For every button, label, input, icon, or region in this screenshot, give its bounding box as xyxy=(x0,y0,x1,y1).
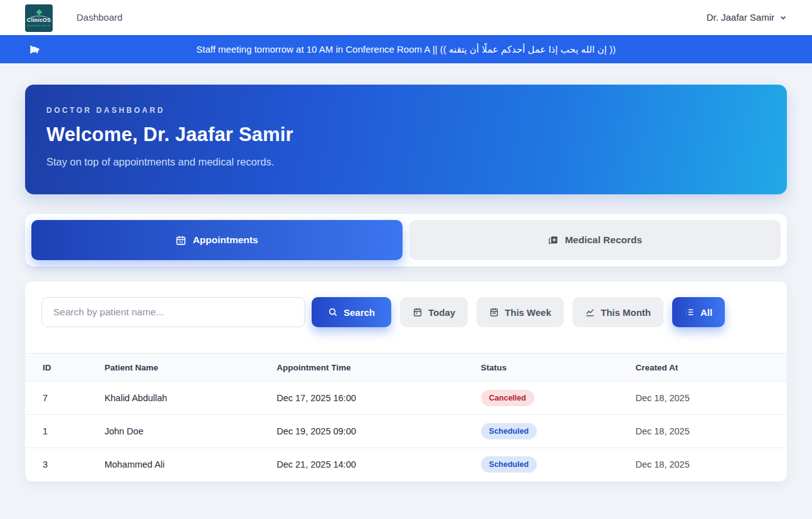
filter-this-month-button[interactable]: This Month xyxy=(572,297,663,327)
clinicos-logo[interactable]: ClinicOS Healthcare System xyxy=(25,4,53,32)
page-title: Welcome, Dr. Jaafar Samir xyxy=(46,123,766,146)
col-appointment-time: Appointment Time xyxy=(270,354,475,382)
search-button[interactable]: Search xyxy=(312,297,391,327)
nav-dashboard-link[interactable]: Dashboard xyxy=(76,12,122,23)
cell-time: Dec 21, 2025 14:00 xyxy=(270,448,475,481)
status-badge: Cancelled xyxy=(481,390,534,406)
calendar-week-icon xyxy=(489,307,499,317)
calendar-icon xyxy=(176,235,186,246)
cell-patient: John Doe xyxy=(98,415,271,448)
medical-record-icon xyxy=(548,235,559,246)
cell-created: Dec 18, 2025 xyxy=(629,415,787,448)
cell-status: Scheduled xyxy=(475,448,630,481)
user-name: Dr. Jaafar Samir xyxy=(707,12,774,23)
filter-this-week-button[interactable]: This Week xyxy=(477,297,564,327)
cell-status: Cancelled xyxy=(475,382,630,415)
filter-row: Search Today This Week This Month xyxy=(25,297,787,327)
table-row: 7 Khalid Abdullah Dec 17, 2025 16:00 Can… xyxy=(25,382,787,415)
list-icon xyxy=(685,307,695,317)
tab-appointments-label: Appointments xyxy=(192,234,258,246)
announcement-banner: Staff meeting tomorrow at 10 AM in Confe… xyxy=(0,35,812,63)
trend-chart-icon xyxy=(585,307,595,317)
search-button-label: Search xyxy=(344,307,375,318)
cell-status: Scheduled xyxy=(475,415,630,448)
col-patient-name: Patient Name xyxy=(98,354,271,382)
filter-this-month-label: This Month xyxy=(601,307,651,318)
hero-eyebrow: DOCTOR DASHBOARD xyxy=(46,106,766,115)
col-created-at: Created At xyxy=(629,354,787,382)
chevron-down-icon xyxy=(779,14,787,21)
announcement-text: Staff meeting tomorrow at 10 AM in Confe… xyxy=(0,44,812,55)
cell-created: Dec 18, 2025 xyxy=(629,382,787,415)
col-id: ID xyxy=(25,354,98,382)
filter-today-label: Today xyxy=(428,307,455,318)
cell-id: 1 xyxy=(25,415,98,448)
megaphone-icon xyxy=(28,43,41,56)
search-input[interactable] xyxy=(41,297,305,327)
tab-appointments[interactable]: Appointments xyxy=(31,220,403,260)
status-badge: Scheduled xyxy=(481,423,537,439)
cell-time: Dec 19, 2025 09:00 xyxy=(270,415,475,448)
cell-time: Dec 17, 2025 16:00 xyxy=(270,382,475,415)
filter-today-button[interactable]: Today xyxy=(400,297,468,327)
cell-created: Dec 18, 2025 xyxy=(629,448,787,481)
logo-title: ClinicOS xyxy=(26,16,52,23)
cell-id: 3 xyxy=(25,448,98,481)
status-badge: Scheduled xyxy=(481,456,537,473)
logo-subtitle: Healthcare System xyxy=(27,24,50,27)
top-header: ClinicOS Healthcare System Dashboard Dr.… xyxy=(0,0,812,35)
filter-this-week-label: This Week xyxy=(505,307,551,318)
appointments-table: ID Patient Name Appointment Time Status … xyxy=(25,353,787,481)
appointments-panel: Search Today This Week This Month xyxy=(25,281,787,481)
hero-subtitle: Stay on top of appointments and medical … xyxy=(46,156,766,168)
filter-all-label: All xyxy=(700,307,712,318)
calendar-day-icon xyxy=(413,307,423,317)
user-menu[interactable]: Dr. Jaafar Samir xyxy=(707,12,787,23)
table-row: 1 John Doe Dec 19, 2025 09:00 Scheduled … xyxy=(25,415,787,448)
clover-icon xyxy=(36,9,42,15)
col-status: Status xyxy=(475,354,630,382)
table-row: 3 Mohammed Ali Dec 21, 2025 14:00 Schedu… xyxy=(25,448,787,481)
cell-id: 7 xyxy=(25,382,98,415)
tabs-container: Appointments Medical Records xyxy=(25,214,787,266)
filter-all-button[interactable]: All xyxy=(672,297,725,327)
cell-patient: Mohammed Ali xyxy=(98,448,271,481)
table-header-row: ID Patient Name Appointment Time Status … xyxy=(25,354,787,382)
tab-medical-records[interactable]: Medical Records xyxy=(409,220,781,260)
tab-medical-records-label: Medical Records xyxy=(565,234,642,246)
welcome-hero-card: DOCTOR DASHBOARD Welcome, Dr. Jaafar Sam… xyxy=(25,85,787,194)
cell-patient: Khalid Abdullah xyxy=(98,382,271,415)
search-icon xyxy=(328,307,338,317)
